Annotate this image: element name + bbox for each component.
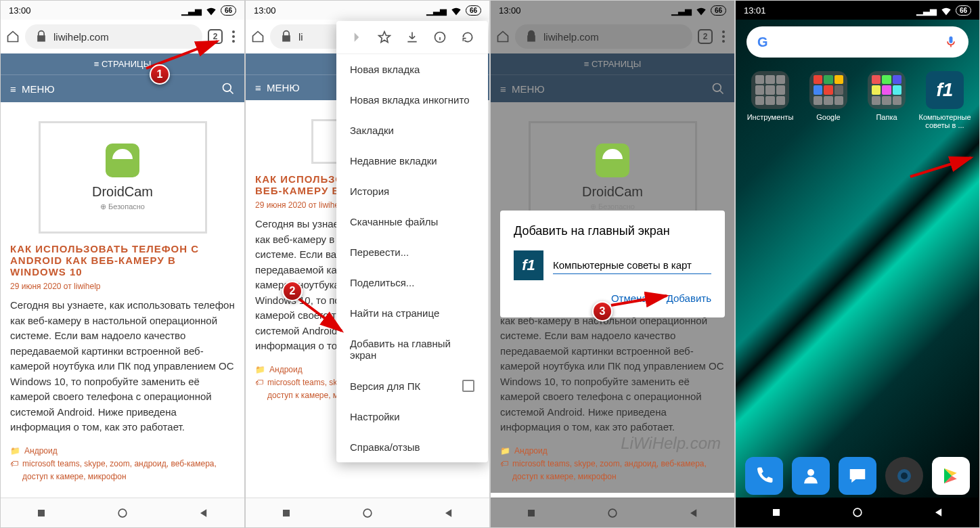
google-search-widget[interactable]: G (747, 26, 968, 58)
more-menu-button[interactable] (228, 30, 239, 43)
f1-icon: f1 (514, 250, 543, 280)
info-icon[interactable] (433, 30, 447, 44)
url-text: liwihelp.com (53, 31, 109, 43)
signal-icon: ▁▃▅ (181, 5, 202, 16)
svg-point-0 (223, 84, 231, 92)
contacts-app-icon[interactable] (792, 457, 830, 495)
svg-point-2 (118, 509, 127, 517)
home-icon[interactable] (251, 30, 265, 43)
status-bar: 13:00 ▁▃▅66 (491, 1, 734, 20)
svg-rect-16 (773, 509, 780, 516)
menu-translate[interactable]: Перевести... (336, 237, 488, 267)
phone-screenshot-4: 13:01 ▁▃▅66 G Инструменты Google Папка f… (735, 0, 980, 528)
droidcam-title: DroidCam (54, 184, 192, 200)
add-button[interactable]: Добавить (667, 292, 711, 304)
menu-share[interactable]: Поделиться... (336, 267, 488, 298)
home-icon[interactable] (6, 30, 20, 43)
camera-app-icon[interactable] (885, 457, 923, 495)
battery: 66 (221, 5, 236, 16)
svg-rect-5 (283, 510, 290, 516)
step-badge-3: 3 (592, 301, 612, 322)
folder-tools[interactable]: Инструменты (743, 71, 797, 129)
f1-app-icon: f1 (926, 71, 964, 109)
menu-desktop[interactable]: Версия для ПК (336, 370, 488, 401)
pages-link[interactable]: ≡ СТРАНИЦЫ (1, 53, 244, 75)
tags[interactable]: microsoft teams, skype, zoom, андроид, в… (22, 458, 235, 483)
phone-app-icon[interactable] (745, 457, 783, 495)
tag-icon: 🏷 (10, 458, 18, 470)
menu-incognito[interactable]: Новая вкладка инкогнито (336, 85, 488, 115)
android-nav-bar (1, 498, 244, 527)
folder-misc[interactable]: Папка (860, 71, 914, 129)
phone-screenshot-3: 13:00 ▁▃▅66 liwihelp.com 2 ≡ СТРАНИЦЫ ≡ … (490, 0, 735, 528)
svg-point-17 (853, 508, 862, 516)
add-to-home-dialog: Добавить на главный экран f1 Отмена Доба… (500, 211, 725, 317)
menu-history[interactable]: История (336, 176, 488, 206)
menu-settings[interactable]: Настройки (336, 401, 488, 432)
desktop-checkbox[interactable] (462, 380, 474, 392)
download-icon[interactable] (405, 30, 419, 44)
dialog-title: Добавить на главный экран (514, 224, 711, 238)
browser-address-bar: liwihelp.com 2 (1, 20, 244, 53)
status-bar: 13:00 ▁▃▅ 66 (246, 1, 489, 20)
phone-screenshot-2: 13:00 ▁▃▅ 66 li ≡ СТРАНИЦЫ ≡ МЕНЮ КАК ИС… (245, 0, 490, 528)
svg-point-6 (363, 509, 372, 517)
search-icon[interactable] (221, 82, 235, 95)
menu-new-tab[interactable]: Новая вкладка (336, 54, 488, 85)
phone-screenshot-1: 13:00 ▁▃▅ 66 liwihelp.com 2 ≡ СТРАНИЦЫ ≡… (0, 0, 245, 528)
folder-google[interactable]: Google (801, 71, 855, 129)
cancel-button[interactable]: Отмена (611, 292, 648, 304)
svg-rect-9 (528, 510, 535, 516)
menu-help[interactable]: Справка/отзыв (336, 432, 488, 462)
menu-label[interactable]: ≡ МЕНЮ (10, 83, 55, 95)
time: 13:00 (9, 5, 31, 16)
svg-rect-1 (38, 510, 45, 516)
article-meta: 29 июня 2020 от liwihelp (10, 282, 235, 291)
messages-app-icon[interactable] (839, 457, 876, 495)
lock-icon (280, 30, 293, 43)
wifi-icon (204, 3, 218, 17)
safe-badge: ⊕ Безопасно (54, 202, 192, 211)
play-store-icon[interactable] (932, 457, 970, 495)
menu-bookmarks[interactable]: Закладки (336, 115, 488, 146)
lock-icon (35, 30, 48, 43)
menu-find[interactable]: Найти на странице (336, 298, 488, 328)
article-image: DroidCam ⊕ Безопасно (39, 121, 207, 234)
mic-icon[interactable] (944, 35, 958, 49)
menu-downloads[interactable]: Скачанные файлы (336, 206, 488, 237)
star-icon[interactable] (378, 30, 391, 44)
google-logo-icon: G (757, 35, 768, 50)
url-field[interactable]: liwihelp.com (25, 24, 202, 49)
shortcut-name-input[interactable] (553, 257, 711, 274)
browser-menu-dropdown: Новая вкладка Новая вкладка инкогнито За… (336, 21, 488, 462)
svg-point-10 (608, 509, 617, 517)
step-badge-2: 2 (282, 281, 303, 301)
svg-point-13 (807, 469, 814, 476)
category[interactable]: Андроид (24, 445, 58, 458)
menu-recent-tabs[interactable]: Недавние вкладки (336, 146, 488, 176)
svg-point-8 (713, 84, 721, 92)
droidcam-icon (106, 144, 139, 177)
dock (736, 457, 979, 495)
android-nav-bar (246, 498, 489, 527)
app-shortcut[interactable]: f1 Компьютерные советы в ... (918, 71, 972, 129)
red-arrow-4 (905, 154, 979, 181)
svg-line-12 (910, 158, 971, 177)
tabs-button[interactable]: 2 (208, 29, 223, 44)
status-bar: 13:01 ▁▃▅66 (736, 1, 979, 20)
article-title[interactable]: КАК ИСПОЛЬЗОВАТЬ ТЕЛЕФОН С ANDROID КАК В… (10, 243, 235, 278)
menu-add-home[interactable]: Добавить на главный экран (336, 328, 488, 370)
article-body: Сегодня вы узнаете, как использовать тел… (10, 298, 235, 435)
nav-back-icon[interactable] (197, 506, 210, 520)
forward-icon[interactable] (350, 30, 363, 44)
svg-point-15 (901, 472, 908, 479)
reload-icon[interactable] (461, 30, 474, 44)
watermark: LiWiHelp.com (621, 434, 721, 453)
nav-home-icon[interactable] (116, 506, 129, 520)
folder-icon: 📁 (10, 445, 20, 458)
nav-recent-icon[interactable] (35, 506, 48, 520)
status-bar: 13:00 ▁▃▅ 66 (1, 1, 244, 20)
step-badge-1: 1 (150, 64, 170, 85)
